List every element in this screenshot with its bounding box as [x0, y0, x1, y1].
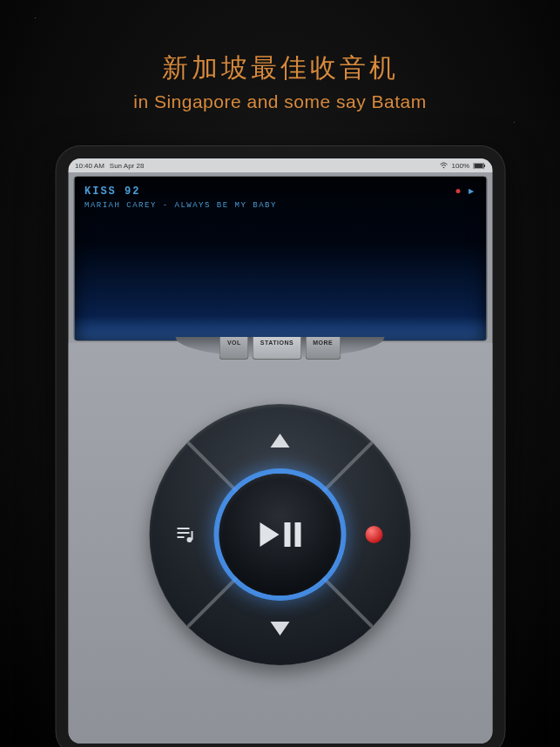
svg-point-0 — [443, 167, 445, 169]
playlist-button[interactable] — [169, 517, 204, 552]
wifi-icon — [440, 162, 449, 169]
tab-vol[interactable]: VOL — [219, 337, 249, 360]
record-button[interactable] — [357, 517, 392, 552]
control-wheel — [150, 404, 411, 665]
playing-indicator-icon: ▶ — [469, 187, 474, 195]
down-button[interactable] — [263, 611, 298, 646]
screen: 10:40 AM Sun Apr 28 100% KISS 92 MARIAH … — [68, 158, 492, 744]
svg-rect-2 — [474, 164, 482, 168]
control-panel — [68, 343, 492, 744]
hero-subtitle: in Singapore and some say Batam — [0, 91, 560, 112]
svg-rect-3 — [484, 165, 485, 167]
battery-percent: 100% — [452, 162, 469, 170]
battery-icon — [473, 163, 485, 169]
status-date: Sun Apr 28 — [110, 162, 145, 170]
tab-more[interactable]: MORE — [305, 337, 341, 360]
display-panel: KISS 92 MARIAH CAREY - ALWAYS BE MY BABY… — [73, 176, 487, 341]
tablet-device-frame: 10:40 AM Sun Apr 28 100% KISS 92 MARIAH … — [56, 146, 504, 747]
tab-strip: VOL STATIONS MORE — [193, 337, 368, 360]
status-bar: 10:40 AM Sun Apr 28 100% — [68, 158, 492, 172]
record-icon — [366, 526, 383, 543]
chevron-down-icon — [271, 622, 290, 636]
tab-stations[interactable]: STATIONS — [253, 337, 301, 360]
station-name: KISS 92 — [84, 185, 140, 198]
recording-indicator-icon — [455, 189, 460, 193]
up-button[interactable] — [263, 423, 298, 458]
chevron-up-icon — [271, 434, 290, 448]
play-pause-button[interactable] — [219, 474, 341, 596]
status-time: 10:40 AM — [75, 162, 105, 170]
playlist-icon — [176, 526, 197, 543]
hero: 新加坡最佳收音机 in Singapore and some say Batam — [0, 0, 560, 112]
play-pause-icon — [260, 522, 300, 547]
hero-title: 新加坡最佳收音机 — [0, 50, 560, 86]
status-indicators: ▶ — [455, 187, 474, 195]
now-playing: MARIAH CAREY - ALWAYS BE MY BABY — [84, 201, 277, 210]
